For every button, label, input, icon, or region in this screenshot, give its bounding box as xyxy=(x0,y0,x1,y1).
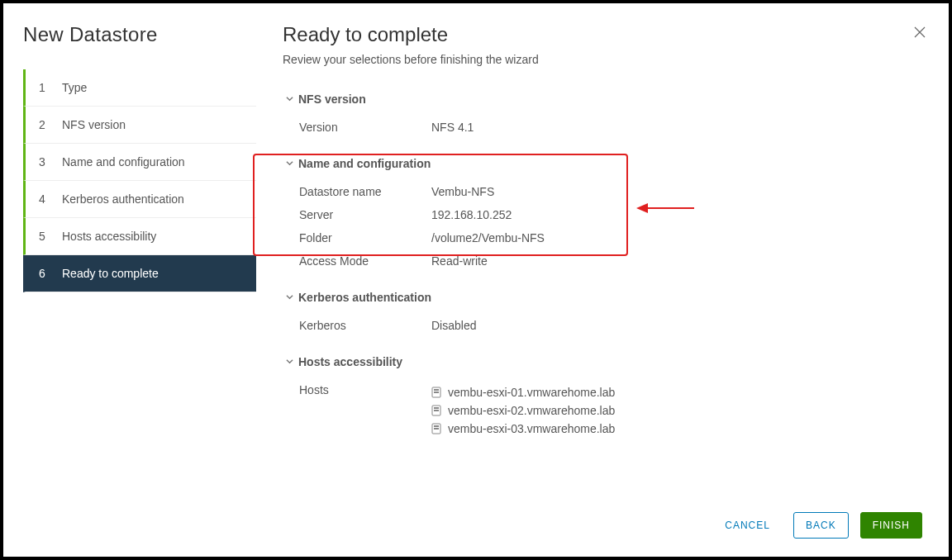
step-label: Hosts accessibility xyxy=(62,230,156,243)
folder-value: /volume2/Vembu-NFS xyxy=(431,231,922,244)
section-title: Hosts accessibility xyxy=(298,355,402,368)
back-button[interactable]: BACK xyxy=(793,512,849,539)
svg-rect-7 xyxy=(434,425,439,427)
section-name-configuration-body: Datastore name Vembu-NFS Server 192.168.… xyxy=(283,177,922,284)
section-hosts-body: Hosts vembu-esxi-01.vmwarehome.lab vembu… xyxy=(283,375,922,454)
section-nfs-version-header[interactable]: NFS version xyxy=(283,86,922,112)
close-icon xyxy=(914,26,926,40)
step-number: 5 xyxy=(39,230,55,243)
kerberos-label: Kerberos xyxy=(299,319,431,332)
chevron-down-icon xyxy=(286,159,293,168)
page-subtitle: Review your selections before finishing … xyxy=(283,53,922,66)
chevron-down-icon xyxy=(286,95,293,104)
section-name-configuration-header[interactable]: Name and configuration xyxy=(283,150,922,177)
host-icon xyxy=(431,387,441,398)
step-number: 6 xyxy=(39,267,55,280)
access-mode-value: Read-write xyxy=(431,254,922,268)
chevron-down-icon xyxy=(286,358,293,367)
step-label: Type xyxy=(62,81,87,94)
access-mode-label: Access Mode xyxy=(299,254,431,268)
step-label: Name and configuration xyxy=(62,155,185,168)
svg-rect-8 xyxy=(434,428,439,429)
host-icon xyxy=(431,405,441,416)
svg-rect-5 xyxy=(434,410,439,411)
datastore-name-label: Datastore name xyxy=(299,185,431,198)
host-item: vembu-esxi-01.vmwarehome.lab xyxy=(431,383,615,401)
finish-button[interactable]: FINISH xyxy=(860,512,922,539)
step-label: Kerberos authentication xyxy=(62,192,184,206)
svg-rect-4 xyxy=(434,407,439,409)
section-title: NFS version xyxy=(298,93,366,106)
host-name: vembu-esxi-01.vmwarehome.lab xyxy=(448,386,615,399)
step-label: Ready to complete xyxy=(62,267,159,280)
host-item: vembu-esxi-02.vmwarehome.lab xyxy=(431,401,615,420)
wizard-step-ready-to-complete[interactable]: 6 Ready to complete xyxy=(23,255,256,292)
wizard-step-nfs-version[interactable]: 2 NFS version xyxy=(23,107,256,144)
wizard-footer: CANCEL BACK FINISH xyxy=(283,497,922,557)
section-kerberos-header[interactable]: Kerberos authentication xyxy=(283,284,922,311)
wizard-steps: 1 Type 2 NFS version 3 Name and configur… xyxy=(23,69,256,292)
close-button[interactable] xyxy=(914,26,926,41)
section-kerberos-body: Kerberos Disabled xyxy=(283,311,922,349)
chevron-down-icon xyxy=(286,293,293,302)
host-item: vembu-esxi-03.vmwarehome.lab xyxy=(431,420,615,438)
svg-rect-2 xyxy=(434,392,439,393)
folder-label: Folder xyxy=(299,231,431,244)
host-icon xyxy=(431,423,441,434)
wizard-step-name-configuration[interactable]: 3 Name and configuration xyxy=(23,144,256,181)
hosts-label: Hosts xyxy=(299,383,431,396)
step-label: NFS version xyxy=(62,118,126,131)
server-value: 192.168.10.252 xyxy=(431,208,922,221)
section-title: Name and configuration xyxy=(298,157,431,170)
wizard-step-kerberos-authentication[interactable]: 4 Kerberos authentication xyxy=(23,181,256,218)
section-hosts-header[interactable]: Hosts accessibility xyxy=(283,349,922,375)
host-name: vembu-esxi-02.vmwarehome.lab xyxy=(448,404,615,417)
svg-rect-1 xyxy=(434,389,439,391)
step-number: 4 xyxy=(39,192,55,206)
kerberos-value: Disabled xyxy=(431,319,922,332)
datastore-name-value: Vembu-NFS xyxy=(431,185,922,198)
page-title: Ready to complete xyxy=(283,23,922,46)
server-label: Server xyxy=(299,208,431,221)
step-number: 1 xyxy=(39,81,55,94)
section-nfs-version-body: Version NFS 4.1 xyxy=(283,112,922,150)
version-value: NFS 4.1 xyxy=(431,121,922,134)
wizard-title: New Datastore xyxy=(23,23,256,46)
section-title: Kerberos authentication xyxy=(298,291,431,304)
cancel-button[interactable]: CANCEL xyxy=(713,513,782,538)
step-number: 3 xyxy=(39,155,55,168)
wizard-step-type[interactable]: 1 Type xyxy=(23,69,256,107)
wizard-step-hosts-accessibility[interactable]: 5 Hosts accessibility xyxy=(23,218,256,255)
version-label: Version xyxy=(299,121,431,134)
step-number: 2 xyxy=(39,118,55,131)
host-name: vembu-esxi-03.vmwarehome.lab xyxy=(448,422,615,435)
